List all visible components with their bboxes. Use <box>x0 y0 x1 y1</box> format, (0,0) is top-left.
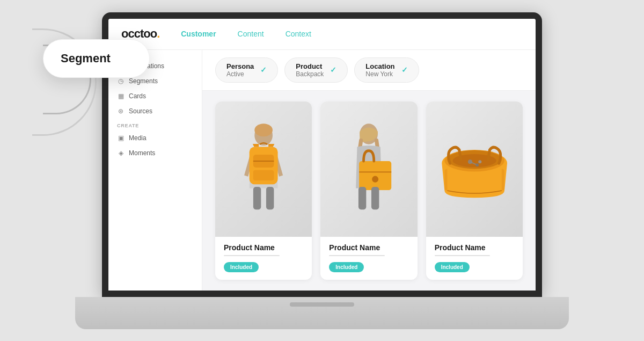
filter-pill-persona[interactable]: Persona Active ✓ <box>215 57 278 83</box>
laptop-base <box>75 297 569 329</box>
product-name-1: Product Name <box>224 243 303 252</box>
product-label: Product <box>296 62 324 70</box>
sources-icon: ⊛ <box>117 107 125 115</box>
svg-point-11 <box>372 176 378 183</box>
svg-point-18 <box>475 163 479 166</box>
tab-content[interactable]: Content <box>238 30 264 38</box>
sidebar-label-cards: Cards <box>129 92 146 100</box>
filter-pill-product[interactable]: Product Backpack ✓ <box>284 57 348 83</box>
product-name-3: Product Name <box>435 243 514 252</box>
segments-icon: ◷ <box>117 77 125 85</box>
product-value: Backpack <box>296 70 324 78</box>
svg-rect-13 <box>371 187 379 209</box>
sidebar-create-label: CREATE <box>108 119 202 130</box>
svg-rect-9 <box>359 161 391 190</box>
sidebar-label-segments: Segments <box>129 77 158 85</box>
persona-label: Persona <box>226 62 254 70</box>
location-check-icon: ✓ <box>401 66 408 74</box>
product-divider-3 <box>435 255 491 256</box>
product-info-3: Product Name Included <box>426 237 523 280</box>
screen-content: occtoo. Customer Content Context ⬡ Dest <box>108 19 536 291</box>
product-card-3: Product Name Included <box>426 101 523 280</box>
product-info-2: Product Name Included <box>320 237 417 280</box>
open-bag-svg <box>431 108 518 230</box>
product-image-2 <box>320 101 417 237</box>
backpack-worn-svg <box>225 108 302 230</box>
logo-dot: . <box>157 27 159 40</box>
persona-check-icon: ✓ <box>260 66 267 74</box>
sidebar-item-media[interactable]: ▣ Media <box>108 130 202 146</box>
persona-value: Active <box>226 70 254 78</box>
sidebar-label-moments: Moments <box>129 149 155 157</box>
tab-context[interactable]: Context <box>286 30 311 38</box>
product-card-2: Product Name Included <box>320 101 417 280</box>
sidebar-label-sources: Sources <box>129 107 152 115</box>
sidebar: ⬡ Destinations ◷ Segments ▦ Cards ⊛ <box>108 50 202 291</box>
sidebar-item-moments[interactable]: ◈ Moments <box>108 146 202 161</box>
segment-label: Segment <box>61 52 121 66</box>
product-card-1: Product Name Included <box>215 101 312 280</box>
product-check-icon: ✓ <box>330 66 336 74</box>
main-layout: ⬡ Destinations ◷ Segments ▦ Cards ⊛ <box>108 50 536 291</box>
nav-tabs: Customer Content Context <box>181 30 311 38</box>
sidebar-item-sources[interactable]: ⊛ Sources <box>108 104 202 119</box>
tote-worn-svg <box>330 108 407 230</box>
product-divider-1 <box>224 255 280 256</box>
included-badge-1: Included <box>224 262 259 272</box>
product-info-1: Product Name Included <box>215 237 312 280</box>
svg-rect-7 <box>266 187 274 209</box>
included-badge-2: Included <box>329 262 364 272</box>
svg-rect-12 <box>358 187 366 209</box>
filter-pill-location[interactable]: Location New York ✓ <box>354 57 419 83</box>
cards-icon: ▦ <box>117 92 125 100</box>
moments-icon: ◈ <box>117 149 125 157</box>
product-name-2: Product Name <box>329 243 408 252</box>
svg-point-19 <box>478 160 481 163</box>
media-icon: ▣ <box>117 134 125 142</box>
included-badge-3: Included <box>435 262 470 272</box>
sidebar-label-media: Media <box>129 134 147 142</box>
tab-customer[interactable]: Customer <box>181 30 216 38</box>
product-image-3 <box>426 101 523 237</box>
svg-point-1 <box>254 124 273 136</box>
filter-pill-product-content: Product Backpack <box>296 62 324 78</box>
location-value: New York <box>365 70 394 78</box>
product-divider-2 <box>329 255 385 256</box>
filter-pill-location-content: Location New York <box>365 62 394 78</box>
segment-card: Segment <box>43 39 150 78</box>
svg-rect-6 <box>253 187 261 209</box>
location-label: Location <box>365 62 394 70</box>
content-area: Persona Active ✓ Product Backpack <box>202 50 536 291</box>
svg-rect-4 <box>253 170 274 180</box>
header: occtoo. Customer Content Context <box>108 19 536 50</box>
product-image-1 <box>215 101 312 237</box>
laptop-screen: occtoo. Customer Content Context ⬡ Dest <box>102 12 542 297</box>
sidebar-item-cards[interactable]: ▦ Cards <box>108 89 202 104</box>
product-grid: Product Name Included <box>202 91 536 291</box>
filter-pill-persona-content: Persona Active <box>226 62 254 78</box>
filter-bar: Persona Active ✓ Product Backpack <box>202 50 536 91</box>
